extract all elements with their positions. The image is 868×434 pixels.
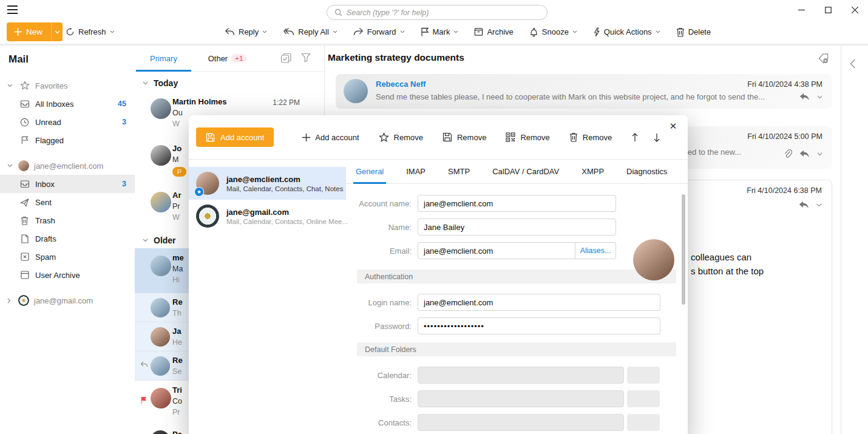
- app-menu-icon[interactable]: [7, 5, 18, 14]
- authentication-section-header: Authentication: [357, 270, 676, 283]
- mark-label: Mark: [433, 27, 450, 36]
- multi-select-icon[interactable]: [280, 53, 292, 64]
- tab-xmpp[interactable]: XMPP: [581, 160, 604, 184]
- name-input[interactable]: [418, 219, 616, 236]
- move-up-button[interactable]: [631, 133, 639, 142]
- password-input[interactable]: [418, 317, 660, 334]
- avatar: [151, 256, 171, 276]
- group-header-today[interactable]: Today: [135, 75, 324, 91]
- login-name-input[interactable]: [418, 294, 660, 311]
- tab-caldav-carddav[interactable]: CalDAV / CardDAV: [492, 160, 559, 184]
- remove-save-button[interactable]: Remove: [442, 132, 486, 142]
- contacts-label: Contacts:: [346, 418, 418, 427]
- reply-arrow-icon[interactable]: [799, 93, 810, 101]
- tasks-folder-input: [418, 390, 624, 407]
- avatar: [151, 327, 170, 347]
- tab-primary[interactable]: Primary: [135, 46, 192, 72]
- archive-icon: [474, 27, 483, 36]
- sidebar-item-sent[interactable]: Sent: [0, 193, 135, 211]
- remove-label: Remove: [394, 133, 423, 142]
- reply-arrow-icon[interactable]: [799, 150, 810, 158]
- add-tag-icon[interactable]: [818, 53, 830, 64]
- trash-icon: [569, 132, 578, 142]
- account-header-gmail[interactable]: jane@gmail.com: [0, 291, 135, 310]
- chevron-down-icon[interactable]: [817, 152, 822, 156]
- mark-button[interactable]: Mark: [421, 27, 459, 36]
- close-button[interactable]: [841, 0, 868, 20]
- remove-qr-button[interactable]: Remove: [506, 132, 549, 142]
- spam-icon: [19, 253, 30, 261]
- expand-panel-icon[interactable]: [850, 59, 860, 69]
- archive-button[interactable]: Archive: [474, 27, 513, 36]
- remove-favorite-button[interactable]: Remove: [379, 132, 423, 143]
- unread-count: 45: [118, 100, 126, 108]
- add-account-primary-button[interactable]: Add account: [196, 127, 274, 147]
- message-card-collapsed[interactable]: Rebecca Neff Fri 4/10/2024 4:38 PM Send …: [336, 74, 832, 109]
- global-search[interactable]: [327, 5, 548, 20]
- tasks-browse-button[interactable]: [627, 390, 660, 407]
- search-input[interactable]: [347, 8, 540, 17]
- email-label: Email:: [346, 246, 418, 256]
- sidebar-item-user-archive[interactable]: User Archive: [0, 266, 135, 284]
- avatar: [151, 192, 171, 212]
- sidebar-item-inbox[interactable]: Inbox 3: [0, 175, 135, 193]
- maximize-button[interactable]: [815, 0, 841, 20]
- delete-button[interactable]: Delete: [676, 27, 711, 37]
- sidebar-item-drafts[interactable]: Drafts: [0, 229, 135, 248]
- archive-label: Archive: [487, 27, 513, 36]
- forward-icon: [353, 27, 364, 36]
- quick-actions-label: Quick Actions: [604, 27, 652, 36]
- inbox-icon: [19, 100, 30, 108]
- snooze-button[interactable]: Snooze: [529, 27, 577, 37]
- qr-code-icon: [506, 132, 515, 142]
- reply-button[interactable]: Reply: [225, 27, 267, 36]
- contacts-browse-button[interactable]: [627, 414, 660, 431]
- sent-label: Sent: [35, 198, 135, 207]
- bell-icon: [529, 27, 538, 37]
- forward-button[interactable]: Forward: [353, 27, 405, 36]
- chevron-down-icon[interactable]: [817, 95, 822, 99]
- login-name-label: Login name:: [346, 298, 418, 307]
- favorites-header[interactable]: Favorites: [0, 76, 135, 95]
- folder-sidebar: Mail Favorites All Inboxes 45 Unread 3 F…: [0, 46, 135, 434]
- default-folders-section-header: Default Folders: [357, 342, 676, 356]
- chevron-down-icon[interactable]: [816, 203, 822, 207]
- new-dropdown-arrow[interactable]: [51, 22, 63, 41]
- refresh-button[interactable]: Refresh: [66, 27, 115, 36]
- password-label: Password:: [346, 322, 418, 331]
- tab-other[interactable]: Other +1: [192, 46, 262, 72]
- sidebar-item-unread[interactable]: Unread 3: [0, 113, 135, 131]
- filter-icon[interactable]: [301, 53, 311, 64]
- avatar: [151, 356, 170, 376]
- account-email: jane@gmail.com: [226, 208, 348, 217]
- reply-arrow-icon[interactable]: [799, 201, 809, 209]
- dialog-scrollbar[interactable]: [682, 194, 685, 434]
- account-list-item[interactable]: jane@gmail.com Mail, Calendar, Contacts,…: [189, 200, 346, 232]
- sidebar-item-spam[interactable]: Spam: [0, 248, 135, 266]
- favorites-label: Favorites: [35, 81, 135, 90]
- conversation-subject: Marketing strategy documents: [328, 52, 464, 63]
- sidebar-item-trash[interactable]: Trash: [0, 211, 135, 229]
- email-input[interactable]: [418, 242, 575, 259]
- tab-imap[interactable]: IMAP: [406, 160, 426, 184]
- sidebar-item-all-inboxes[interactable]: All Inboxes 45: [0, 95, 135, 113]
- remove-account-button[interactable]: Remove: [569, 132, 612, 142]
- account-name-input[interactable]: [418, 195, 616, 212]
- new-button[interactable]: New: [7, 22, 63, 41]
- reply-all-button[interactable]: Reply All: [283, 27, 337, 36]
- aliases-button[interactable]: Aliases...: [575, 242, 616, 259]
- move-down-button[interactable]: [653, 133, 660, 142]
- calendar-browse-button[interactable]: [627, 367, 660, 384]
- minimize-button[interactable]: [788, 0, 815, 20]
- tab-diagnostics[interactable]: Diagnostics: [626, 160, 667, 184]
- calendar-folder-input: [418, 367, 624, 384]
- sidebar-item-flagged[interactable]: Flagged: [0, 131, 135, 149]
- add-account-button[interactable]: Add account: [302, 133, 359, 142]
- account-list-item-selected[interactable]: ★ jane@emclient.com Mail, Calendar, Cont…: [189, 167, 346, 200]
- account-label: jane@gmail.com: [34, 296, 135, 305]
- tab-smtp[interactable]: SMTP: [448, 160, 470, 184]
- tab-general[interactable]: General: [356, 160, 384, 184]
- account-header-emclient[interactable]: jane@emclient.com: [0, 157, 135, 175]
- avatar: [151, 388, 171, 409]
- quick-actions-button[interactable]: Quick Actions: [593, 27, 660, 37]
